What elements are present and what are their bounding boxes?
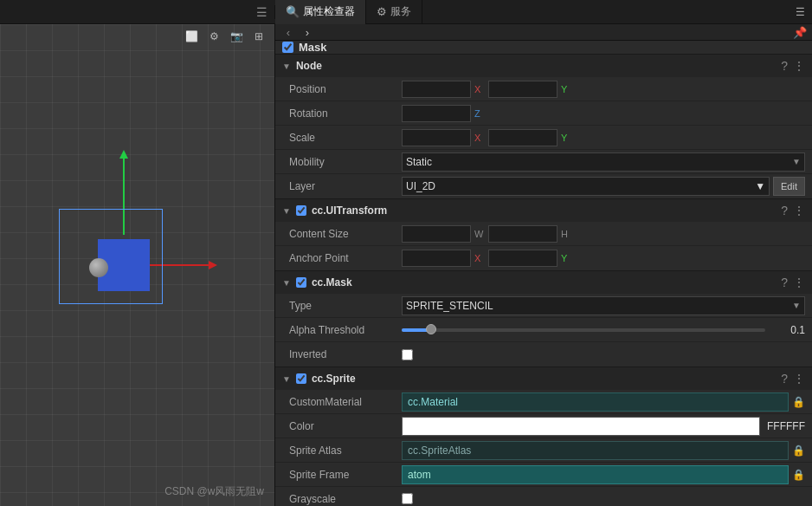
- custom-material-input[interactable]: cc.Material: [402, 392, 789, 412]
- anchor-point-value: 0.5 X 0.5 Y: [402, 250, 805, 267]
- rect-tool-icon[interactable]: ⬜: [183, 28, 200, 45]
- scene-viewport[interactable]: ⬜ ⚙ 📷 ⊞ CSDN @w风雨无阻w: [0, 24, 275, 506]
- rotation-z-axis: Z: [474, 108, 485, 119]
- grid-icon[interactable]: ⊞: [250, 28, 267, 45]
- inverted-checkbox[interactable]: [402, 349, 413, 360]
- grayscale-value: [402, 493, 805, 504]
- content-size-value: 100 W 100 H: [402, 225, 805, 243]
- prop-alpha-threshold: Alpha Threshold 0.1: [275, 318, 812, 342]
- main-layout: ⬜ ⚙ 📷 ⊞ CSDN @w风雨无阻w ‹ › 📌: [0, 24, 812, 506]
- color-value: FFFFFF: [402, 417, 805, 436]
- sprite-help-icon[interactable]: ?: [781, 372, 788, 386]
- prop-layer: Layer UI_2D ▼ Edit: [275, 174, 812, 198]
- prop-custom-material: CustomMaterial cc.Material 🔒: [275, 390, 812, 414]
- inspector-panel: ‹ › 📌 Mask ▼ Node ? ⋮ Position 0: [275, 24, 812, 506]
- top-bar: ☰ 🔍 属性检查器 ⚙ 服务 ☰: [0, 0, 812, 24]
- mobility-dropdown-arrow: ▼: [792, 157, 801, 166]
- color-label: Color: [289, 420, 402, 432]
- color-swatch[interactable]: [402, 417, 760, 436]
- sprite-frame-input[interactable]: atom: [402, 465, 789, 484]
- panel-navigation: ‹ › 📌: [275, 24, 812, 41]
- tab-inspector[interactable]: 🔍 属性检查器: [275, 0, 366, 24]
- prop-position: Position 0 X 0 Y: [275, 77, 812, 101]
- alpha-threshold-value: 0.1: [402, 324, 805, 336]
- position-value: 0 X 0 Y: [402, 81, 805, 98]
- position-y-input[interactable]: 0: [488, 81, 557, 98]
- grayscale-label: Grayscale: [289, 493, 402, 505]
- section-sprite-header[interactable]: ▼ cc.Sprite ? ⋮: [275, 367, 812, 390]
- sprite-atlas-label: Sprite Atlas: [289, 444, 402, 457]
- tab-inspector-label: 属性检查器: [303, 4, 355, 19]
- uitransform-help-icon[interactable]: ?: [781, 204, 788, 217]
- panel-tabs: 🔍 属性检查器 ⚙ 服务 ☰: [275, 0, 812, 24]
- section-mask-actions: ? ⋮: [781, 276, 805, 289]
- mask-enabled-checkbox[interactable]: [282, 42, 293, 53]
- content-size-w-input[interactable]: 100: [402, 225, 471, 243]
- grayscale-checkbox[interactable]: [402, 493, 413, 504]
- height-label: H: [561, 229, 571, 239]
- settings-icon[interactable]: ⚙: [205, 28, 222, 45]
- mask-type-label: Type: [289, 300, 402, 312]
- inverted-label: Inverted: [289, 348, 402, 360]
- uitransform-enabled-checkbox[interactable]: [296, 205, 306, 216]
- alpha-threshold-label: Alpha Threshold: [289, 324, 402, 336]
- anchor-y-axis: Y: [561, 253, 571, 263]
- rotation-z-input[interactable]: 0: [402, 105, 471, 122]
- custom-material-value: cc.Material 🔒: [402, 392, 805, 412]
- scale-y-input[interactable]: 1: [488, 129, 557, 146]
- alpha-threshold-slider[interactable]: 0.1: [402, 324, 805, 336]
- content-size-h-input[interactable]: 100: [488, 225, 557, 243]
- sprite-atlas-input[interactable]: cc.SpriteAtlas: [402, 441, 789, 460]
- anchor-x-input[interactable]: 0.5: [402, 250, 471, 267]
- section-uitransform-actions: ? ⋮: [781, 204, 805, 217]
- tab-services[interactable]: ⚙ 服务: [366, 0, 422, 24]
- color-hex-value: FFFFFF: [767, 420, 805, 432]
- section-mask-header[interactable]: ▼ cc.Mask ? ⋮: [275, 271, 812, 294]
- sprite-atlas-value: cc.SpriteAtlas 🔒: [402, 441, 805, 460]
- mobility-dropdown[interactable]: Static ▼: [402, 152, 805, 172]
- menu-icon[interactable]: ☰: [256, 5, 267, 19]
- layer-edit-button[interactable]: Edit: [773, 177, 805, 196]
- section-node-title: Node: [296, 60, 322, 72]
- section-uitransform-title: cc.UITransform: [312, 204, 387, 217]
- forward-button[interactable]: ›: [300, 24, 315, 40]
- prop-mask-type: Type SPRITE_STENCIL ▼: [275, 294, 812, 318]
- uitransform-more-icon[interactable]: ⋮: [793, 204, 805, 217]
- section-sprite: ▼ cc.Sprite ? ⋮ CustomMaterial cc.Materi…: [275, 367, 812, 506]
- section-uitransform-header[interactable]: ▼ cc.UITransform ? ⋮: [275, 199, 812, 222]
- node-more-icon[interactable]: ⋮: [793, 59, 805, 73]
- mask-help-icon[interactable]: ?: [781, 276, 788, 289]
- scale-value: 1 X 1 Y: [402, 129, 805, 146]
- panel-menu-icon[interactable]: ☰: [789, 6, 812, 18]
- node-help-icon[interactable]: ?: [781, 59, 788, 73]
- back-button[interactable]: ‹: [280, 24, 296, 40]
- material-lock-icon[interactable]: 🔒: [792, 396, 805, 408]
- scale-x-axis: X: [474, 133, 485, 143]
- sprite-lock-icon[interactable]: 🔒: [792, 469, 805, 481]
- services-icon: ⚙: [377, 5, 387, 18]
- mask-more-icon[interactable]: ⋮: [793, 276, 805, 289]
- position-y-axis: Y: [561, 84, 571, 94]
- sprite-enabled-checkbox[interactable]: [296, 373, 306, 384]
- section-node-header[interactable]: ▼ Node ? ⋮: [275, 55, 812, 77]
- sprite-frame-value: atom 🔒: [402, 465, 805, 484]
- slider-thumb[interactable]: [426, 324, 436, 334]
- layer-select[interactable]: UI_2D ▼: [402, 177, 770, 196]
- sprite-frame-label: Sprite Frame: [289, 469, 402, 481]
- mask-type-dropdown[interactable]: SPRITE_STENCIL ▼: [402, 296, 805, 315]
- prop-mobility: Mobility Static ▼: [275, 150, 812, 174]
- position-x-input[interactable]: 0: [402, 81, 471, 98]
- sprite-more-icon[interactable]: ⋮: [793, 372, 805, 386]
- pin-button[interactable]: 📌: [793, 26, 807, 39]
- camera-icon[interactable]: 📷: [228, 28, 245, 45]
- prop-sprite-frame: Sprite Frame atom 🔒: [275, 463, 812, 487]
- anchor-y-input[interactable]: 0.5: [488, 250, 557, 267]
- scale-x-input[interactable]: 1: [402, 129, 471, 146]
- layer-select-arrow: ▼: [755, 180, 765, 192]
- mask-header: Mask: [275, 41, 812, 55]
- mobility-value: Static ▼: [402, 152, 805, 172]
- alpha-threshold-val: 0.1: [770, 324, 805, 336]
- atlas-lock-icon[interactable]: 🔒: [792, 444, 805, 457]
- width-label: W: [474, 229, 485, 239]
- mask-component-checkbox[interactable]: [296, 277, 306, 288]
